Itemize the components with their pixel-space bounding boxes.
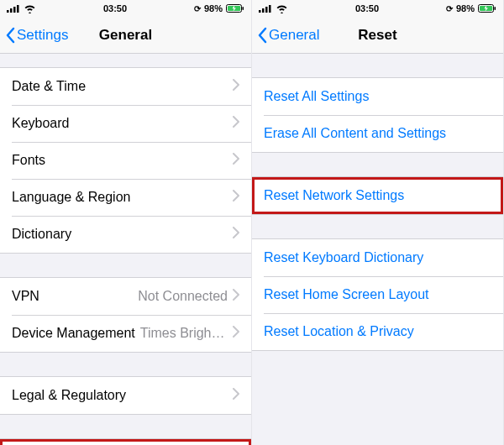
- cellular-signal-icon: [259, 4, 272, 13]
- status-right: ⟳ 98%: [194, 3, 244, 13]
- row-reset-keyboard-dictionary[interactable]: Reset Keyboard Dictionary: [252, 239, 503, 276]
- svg-rect-9: [265, 7, 268, 13]
- svg-rect-0: [7, 10, 9, 13]
- battery-icon: [226, 4, 244, 13]
- row-label: Reset Location & Privacy: [264, 324, 491, 339]
- chevron-right-icon: [233, 227, 239, 242]
- row-label: Keyboard: [12, 116, 233, 131]
- row-value: Not Connected: [138, 289, 228, 304]
- battery-percent: 98%: [456, 3, 475, 13]
- row-dictionary[interactable]: Dictionary: [0, 216, 251, 253]
- svg-rect-8: [262, 8, 265, 13]
- status-bar: 03:50 ⟳ 98%: [0, 0, 251, 17]
- chevron-right-icon: [233, 116, 239, 131]
- back-button[interactable]: Settings: [5, 27, 68, 44]
- svg-rect-6: [242, 7, 244, 10]
- row-fonts[interactable]: Fonts: [0, 142, 251, 179]
- chevron-right-icon: [233, 289, 239, 304]
- group-general-3: Legal & Regulatory: [0, 376, 251, 415]
- row-date-time[interactable]: Date & Time: [0, 68, 251, 105]
- svg-rect-1: [10, 8, 13, 13]
- svg-rect-10: [269, 5, 271, 13]
- orientation-lock-icon: ⟳: [446, 4, 453, 13]
- group-reset-3: Reset Keyboard Dictionary Reset Home Scr…: [252, 238, 503, 351]
- wifi-icon: [276, 4, 288, 13]
- svg-rect-13: [494, 7, 496, 10]
- row-label: Fonts: [12, 153, 233, 168]
- back-label: Settings: [17, 27, 68, 44]
- row-reset-home-screen[interactable]: Reset Home Screen Layout: [252, 276, 503, 313]
- group-general-4: Reset Shut Down: [0, 438, 251, 445]
- row-keyboard[interactable]: Keyboard: [0, 105, 251, 142]
- row-reset-location-privacy[interactable]: Reset Location & Privacy: [252, 313, 503, 350]
- back-button[interactable]: General: [257, 27, 319, 44]
- row-label: VPN: [12, 289, 138, 304]
- status-bar: 03:50 ⟳ 98%: [252, 0, 503, 17]
- row-label: Reset Keyboard Dictionary: [264, 250, 491, 265]
- svg-rect-7: [259, 10, 261, 13]
- chevron-right-icon: [233, 153, 239, 168]
- row-value: Times Bright CreSu…: [140, 326, 228, 341]
- row-label: Reset All Settings: [264, 89, 491, 104]
- back-label: General: [269, 27, 319, 44]
- row-device-management[interactable]: Device ManagementTimes Bright CreSu…: [0, 315, 251, 352]
- chevron-right-icon: [233, 190, 239, 205]
- chevron-left-icon: [5, 27, 15, 44]
- cellular-signal-icon: [7, 4, 20, 13]
- row-label: Dictionary: [12, 227, 233, 242]
- row-label: Legal & Regulatory: [12, 388, 233, 403]
- row-erase-all-content[interactable]: Erase All Content and Settings: [252, 115, 503, 152]
- row-label: Device Management: [12, 326, 135, 341]
- status-left: [7, 4, 36, 13]
- group-reset-2: Reset Network Settings: [252, 176, 503, 215]
- row-reset-all-settings[interactable]: Reset All Settings: [252, 78, 503, 115]
- group-general-1: Date & Time Keyboard Fonts Language & Re…: [0, 67, 251, 254]
- nav-bar: General Reset: [252, 17, 503, 54]
- row-label: Language & Region: [12, 190, 233, 205]
- nav-bar: Settings General: [0, 17, 251, 54]
- chevron-right-icon: [233, 326, 239, 341]
- row-label: Erase All Content and Settings: [264, 126, 491, 141]
- battery-percent: 98%: [204, 3, 223, 13]
- chevron-right-icon: [233, 388, 239, 403]
- status-right: ⟳ 98%: [446, 3, 496, 13]
- chevron-left-icon: [257, 27, 267, 44]
- row-reset-network-settings[interactable]: Reset Network Settings: [252, 177, 503, 214]
- screen-reset: 03:50 ⟳ 98% General Reset Reset All Sett…: [252, 0, 504, 445]
- row-language-region[interactable]: Language & Region: [0, 179, 251, 216]
- row-label: Reset Network Settings: [264, 188, 491, 203]
- battery-icon: [478, 4, 496, 13]
- chevron-right-icon: [233, 79, 239, 94]
- wifi-icon: [24, 4, 36, 13]
- status-time: 03:50: [355, 3, 379, 13]
- orientation-lock-icon: ⟳: [194, 4, 201, 13]
- svg-rect-2: [13, 7, 16, 13]
- content: Date & Time Keyboard Fonts Language & Re…: [0, 54, 251, 445]
- row-reset[interactable]: Reset: [0, 439, 251, 445]
- row-legal[interactable]: Legal & Regulatory: [0, 377, 251, 414]
- status-time: 03:50: [103, 3, 127, 13]
- content: Reset All Settings Erase All Content and…: [252, 54, 503, 445]
- group-reset-1: Reset All Settings Erase All Content and…: [252, 77, 503, 153]
- row-label: Date & Time: [12, 79, 233, 94]
- row-label: Reset Home Screen Layout: [264, 287, 491, 302]
- screen-general: 03:50 ⟳ 98% Settings General Date & Time…: [0, 0, 252, 445]
- group-general-2: VPNNot Connected Device ManagementTimes …: [0, 277, 251, 353]
- status-left: [259, 4, 288, 13]
- svg-rect-3: [17, 5, 19, 13]
- row-vpn[interactable]: VPNNot Connected: [0, 278, 251, 315]
